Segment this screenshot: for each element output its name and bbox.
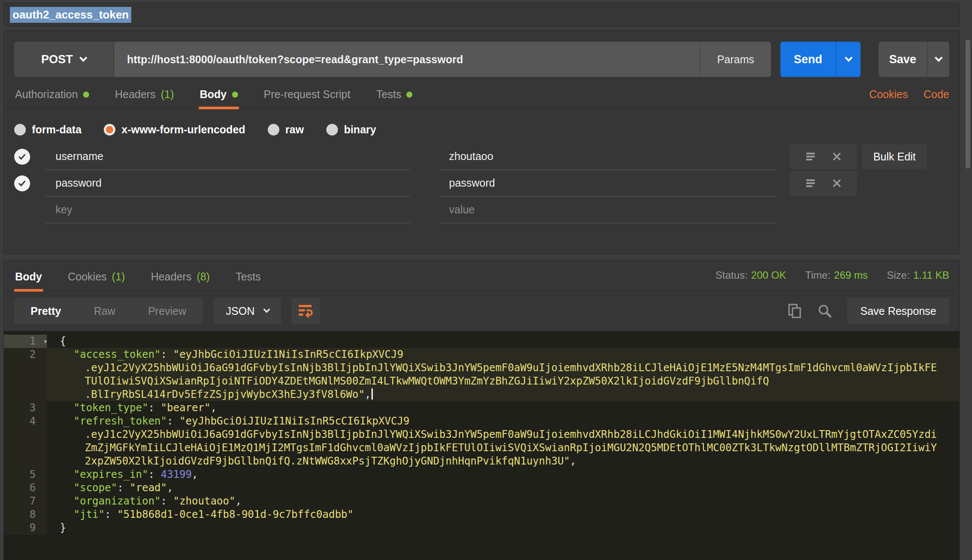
key-input[interactable]: username: [45, 143, 410, 170]
green-dot-icon: [232, 92, 238, 98]
line-number: 9: [30, 522, 40, 534]
bulk-menu-icon[interactable]: [805, 178, 817, 188]
method-label: POST: [41, 53, 73, 66]
request-tabs: Authorization Headers (1) Body Pre-reque…: [4, 80, 960, 109]
tab-pre-request-script[interactable]: Pre-request Script: [263, 88, 351, 108]
row-enabled-checkbox[interactable]: [14, 149, 30, 165]
chevron-down-icon: [845, 54, 852, 62]
value-input[interactable]: password: [439, 170, 776, 197]
view-mode-switch: Pretty Raw Preview: [14, 298, 203, 324]
tab-authorization[interactable]: Authorization: [14, 88, 90, 108]
code-row: 7"organization": "zhoutaoo",: [4, 495, 960, 508]
wrap-text-button[interactable]: [291, 298, 320, 324]
line-number-gutter: 5: [4, 468, 47, 481]
response-body-editor[interactable]: 1▾{2"access_token": "eyJhbGciOiJIUzI1NiI…: [4, 331, 960, 560]
code-row: TUlOIiwiSVQiXSwianRpIjoiNTFiODY4ZDEtMGNl…: [4, 375, 960, 388]
save-button[interactable]: Save: [879, 42, 927, 77]
code-line: .BlIryRbSL414rDv5EfzZSjpjvWybcX3hEJy3fV8…: [47, 388, 373, 401]
radio-x-www-form-urlencoded[interactable]: x-www-form-urlencoded: [104, 123, 245, 136]
code-line: "refresh_token": "eyJhbGciOiJIUzI1NiIsIn…: [47, 415, 409, 428]
line-number-gutter: 1▾: [4, 335, 47, 348]
bulk-edit-button[interactable]: Bulk Edit: [862, 144, 927, 169]
code-token: "zhoutaoo": [173, 495, 235, 507]
code-token: :: [167, 415, 180, 427]
radio-binary[interactable]: binary: [326, 123, 376, 136]
chevron-down-icon: [935, 54, 942, 62]
row-enabled-checkbox[interactable]: [14, 175, 30, 191]
key-input[interactable]: key: [45, 197, 410, 223]
view-preview-button[interactable]: Preview: [132, 298, 203, 324]
line-number-gutter: 7: [4, 495, 47, 508]
code-link[interactable]: Code: [923, 88, 949, 101]
method-dropdown[interactable]: POST: [14, 42, 114, 77]
search-icon[interactable]: [817, 303, 833, 319]
line-number-gutter: [4, 375, 47, 388]
toolbar-right: Save Response: [788, 298, 949, 324]
code-token: ZmZjMGFkYmIiLCJleHAiOjE1MzQ1MjI2MTgsImF1…: [85, 442, 937, 454]
line-number-gutter: 6: [4, 481, 47, 495]
view-raw-button[interactable]: Raw: [77, 298, 132, 324]
line-number-gutter: 8: [4, 508, 47, 521]
code-token: }: [60, 522, 66, 534]
code-line: }: [47, 521, 66, 535]
delete-row-icon[interactable]: [832, 152, 842, 161]
bulk-menu-icon[interactable]: [805, 152, 817, 161]
code-token: ,: [570, 455, 576, 467]
value-input[interactable]: value: [439, 197, 776, 223]
copy-icon[interactable]: [788, 303, 802, 319]
code-row: .eyJ1c2VyX25hbWUiOiJ6aG91dGFvbyIsInNjb3B…: [4, 428, 960, 441]
page-scrollbar[interactable]: [963, 0, 972, 560]
line-number-gutter: 4: [4, 415, 47, 428]
send-button-group: Send: [780, 42, 861, 77]
code-line: ZmZjMGFkYmIiLCJleHAiOjE1MzQ1MjI2MTgsImF1…: [47, 441, 937, 455]
tab-headers[interactable]: Headers (1): [114, 88, 175, 108]
request-tab-title[interactable]: oauth2_access_token: [10, 7, 131, 23]
cookies-link[interactable]: Cookies: [869, 88, 908, 101]
send-dropdown-button[interactable]: [836, 42, 861, 77]
code-token: 2xpZW50X2lkIjoidGVzdF9jbGllbnQifQ.zNtWWG…: [85, 455, 570, 467]
radio-icon: [14, 124, 26, 135]
code-token: "expires_in": [74, 468, 148, 480]
code-line: "scope": "read",: [47, 481, 173, 495]
code-token: ,: [192, 468, 198, 480]
code-line: "token_type": "bearer",: [47, 401, 217, 415]
save-dropdown-button[interactable]: [927, 42, 949, 77]
code-row: 2"access_token": "eyJhbGciOiJIUzI1NiIsIn…: [4, 348, 960, 361]
scrollbar-thumb[interactable]: [966, 40, 970, 169]
send-button[interactable]: Send: [780, 42, 836, 77]
response-tabs: Body Cookies (1) Headers (8) Tests Statu…: [4, 260, 960, 291]
tab-body[interactable]: Body: [199, 88, 239, 108]
code-token: "organization": [74, 495, 161, 507]
response-tab-tests[interactable]: Tests: [235, 271, 261, 291]
code-token: "read": [130, 482, 167, 494]
format-dropdown[interactable]: JSON: [214, 298, 281, 324]
response-tab-body[interactable]: Body: [14, 271, 43, 291]
code-row: 5"expires_in": 43199,: [4, 468, 960, 481]
response-tab-headers[interactable]: Headers (8): [150, 271, 210, 291]
line-number: 1: [30, 335, 40, 347]
check-icon: [18, 179, 26, 188]
request-builder-panel: POST http://host1:8000/oauth/token?scope…: [3, 30, 960, 255]
radio-form-data[interactable]: form-data: [14, 123, 81, 136]
response-meta: Status:200 OK Time:269 ms Size:1.11 KB: [715, 269, 949, 291]
fold-arrow-icon[interactable]: ▾: [43, 335, 48, 348]
code-line: "expires_in": 43199,: [47, 468, 198, 481]
wrap-text-icon: [298, 304, 313, 318]
tab-tests[interactable]: Tests: [375, 88, 413, 108]
value-input[interactable]: zhoutaoo: [439, 143, 776, 170]
response-toolbar: Pretty Raw Preview JSON: [4, 291, 960, 331]
view-pretty-button[interactable]: Pretty: [14, 298, 77, 324]
params-button[interactable]: Params: [700, 42, 771, 77]
line-number-gutter: 3: [4, 401, 47, 415]
code-token: "access_token": [74, 348, 161, 360]
code-token: :: [161, 348, 173, 360]
delete-row-icon[interactable]: [832, 178, 842, 188]
response-tab-cookies[interactable]: Cookies (1): [67, 271, 126, 291]
save-response-button[interactable]: Save Response: [847, 298, 949, 324]
key-input[interactable]: password: [45, 170, 410, 197]
line-number-gutter: [4, 455, 47, 468]
code-token: "jti": [74, 508, 105, 520]
url-input[interactable]: http://host1:8000/oauth/token?scope=read…: [114, 42, 700, 77]
radio-raw[interactable]: raw: [268, 123, 304, 136]
time-badge: Time:269 ms: [805, 269, 868, 281]
